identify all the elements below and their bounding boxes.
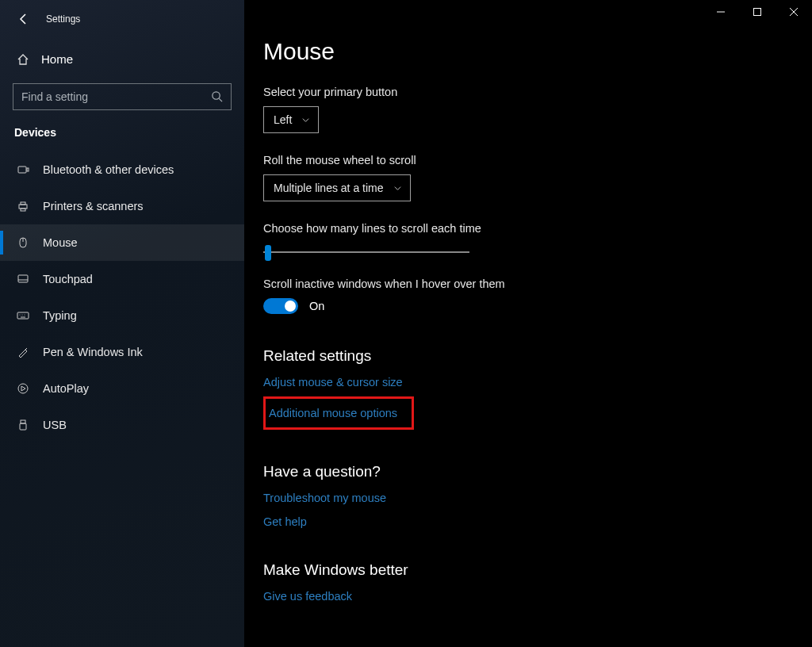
hover-scroll-state: On: [309, 300, 324, 312]
link-troubleshoot-mouse[interactable]: Troubleshoot my mouse: [263, 492, 812, 504]
hover-scroll-toggle[interactable]: [263, 298, 298, 314]
svg-rect-6: [21, 209, 25, 211]
primary-button-label: Select your primary button: [263, 86, 812, 98]
toggle-knob: [285, 301, 296, 312]
keyboard-icon: [16, 309, 30, 322]
primary-button-dropdown[interactable]: Left: [263, 106, 319, 133]
autoplay-icon: [16, 382, 30, 395]
sidebar-home[interactable]: Home: [0, 43, 244, 75]
sidebar-item-label: Bluetooth & other devices: [43, 163, 174, 176]
search-input-wrap[interactable]: [13, 83, 232, 110]
link-adjust-mouse-cursor-size[interactable]: Adjust mouse & cursor size: [263, 376, 812, 389]
window-controls: [703, 0, 812, 24]
lines-scroll-label: Choose how many lines to scroll each tim…: [263, 222, 812, 235]
svg-rect-9: [18, 275, 28, 282]
svg-rect-17: [21, 420, 25, 423]
sidebar-item-usb[interactable]: USB: [0, 407, 244, 443]
content-panel: Mouse Select your primary button Left Ro…: [244, 0, 812, 647]
sidebar-item-printers[interactable]: Printers & scanners: [0, 188, 244, 224]
close-icon: [790, 8, 798, 16]
search-input[interactable]: [21, 90, 204, 103]
svg-rect-3: [27, 168, 29, 171]
home-icon: [16, 53, 30, 66]
sidebar-section-header: Devices: [0, 110, 244, 147]
have-question-header: Have a question?: [263, 463, 812, 480]
lines-scroll-slider[interactable]: [263, 243, 469, 262]
sidebar-item-label: USB: [43, 419, 67, 431]
sidebar-item-typing[interactable]: Typing: [0, 297, 244, 334]
svg-point-14: [25, 315, 25, 316]
sidebar-item-autoplay[interactable]: AutoPlay: [0, 370, 244, 407]
slider-track-line: [263, 251, 469, 253]
arrow-left-icon: [17, 13, 30, 25]
wheel-scroll-dropdown[interactable]: Multiple lines at a time: [263, 174, 411, 201]
sidebar-item-label: Touchpad: [43, 273, 93, 285]
make-windows-better-header: Make Windows better: [263, 561, 812, 579]
home-label: Home: [41, 52, 73, 66]
sidebar: Settings Home Devices Bluetooth & other …: [0, 0, 244, 647]
sidebar-item-label: Pen & Windows Ink: [43, 346, 143, 358]
hover-scroll-label: Scroll inactive windows when I hover ove…: [263, 278, 812, 290]
svg-rect-2: [18, 167, 26, 173]
svg-rect-11: [17, 312, 29, 319]
svg-rect-18: [20, 423, 26, 430]
chevron-down-icon: [301, 116, 310, 124]
sidebar-item-label: Mouse: [43, 236, 78, 249]
maximize-icon: [753, 8, 761, 16]
sidebar-item-pen[interactable]: Pen & Windows Ink: [0, 334, 244, 370]
pen-icon: [16, 346, 30, 358]
wheel-scroll-value: Multiple lines at a time: [274, 182, 384, 194]
svg-point-12: [20, 315, 21, 316]
svg-rect-5: [21, 202, 25, 205]
mouse-icon: [16, 236, 30, 249]
chevron-down-icon: [393, 184, 402, 193]
wheel-scroll-label: Roll the mouse wheel to scroll: [263, 154, 812, 167]
link-give-feedback[interactable]: Give us feedback: [263, 590, 812, 603]
primary-button-value: Left: [274, 113, 292, 126]
printer-icon: [16, 200, 30, 212]
svg-point-13: [22, 315, 23, 316]
touchpad-icon: [16, 273, 30, 285]
sidebar-item-touchpad[interactable]: Touchpad: [0, 261, 244, 297]
minimize-button[interactable]: [703, 0, 739, 24]
svg-point-16: [18, 384, 28, 393]
window-title: Settings: [46, 13, 80, 25]
sidebar-item-label: Typing: [43, 309, 77, 322]
sidebar-item-mouse[interactable]: Mouse: [0, 224, 244, 261]
sidebar-item-label: Printers & scanners: [43, 200, 144, 212]
sidebar-nav: Bluetooth & other devices Printers & sca…: [0, 151, 244, 443]
svg-line-1: [219, 98, 222, 101]
svg-rect-4: [19, 205, 27, 209]
svg-point-0: [213, 92, 220, 99]
slider-thumb[interactable]: [265, 245, 271, 261]
minimize-icon: [717, 8, 725, 16]
maximize-button[interactable]: [739, 0, 776, 24]
svg-rect-20: [754, 9, 761, 16]
sidebar-item-label: AutoPlay: [43, 382, 89, 395]
device-icon: [16, 163, 30, 176]
search-icon: [211, 90, 223, 102]
back-button[interactable]: [16, 11, 32, 27]
usb-icon: [16, 419, 30, 431]
related-settings-header: Related settings: [263, 347, 812, 365]
link-additional-mouse-options[interactable]: Additional mouse options: [263, 396, 414, 430]
link-get-help[interactable]: Get help: [263, 515, 812, 528]
sidebar-item-bluetooth[interactable]: Bluetooth & other devices: [0, 151, 244, 188]
close-button[interactable]: [776, 0, 812, 24]
